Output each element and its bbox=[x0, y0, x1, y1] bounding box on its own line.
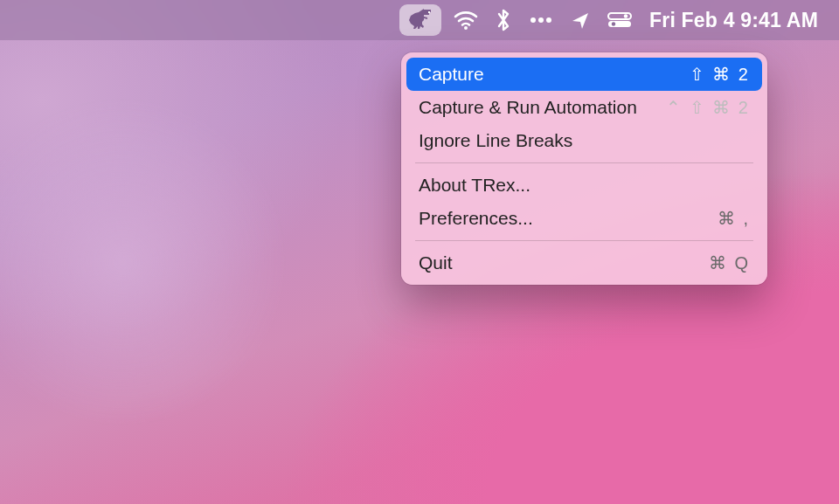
menubar-clock[interactable]: Fri Feb 4 9:41 AM bbox=[641, 0, 827, 40]
svg-point-4 bbox=[546, 17, 551, 23]
svg-point-1 bbox=[464, 26, 468, 30]
menu-item-label: Capture bbox=[419, 62, 484, 86]
svg-point-6 bbox=[624, 14, 628, 17]
menu-item-label: Quit bbox=[419, 251, 453, 275]
control-center-icon[interactable] bbox=[599, 0, 641, 40]
menu-item-shortcut: ⌘ Q bbox=[709, 251, 750, 275]
trex-menubar-icon[interactable] bbox=[399, 4, 441, 36]
menu-item-ignore-line-breaks[interactable]: Ignore Line Breaks bbox=[406, 124, 762, 157]
menu-item-label: Preferences... bbox=[419, 206, 533, 231]
menubar: Fri Feb 4 9:41 AM bbox=[0, 0, 839, 40]
menu-item-label: Ignore Line Breaks bbox=[419, 128, 572, 153]
svg-point-8 bbox=[612, 22, 615, 25]
svg-rect-0 bbox=[428, 11, 430, 13]
menu-separator bbox=[415, 162, 753, 163]
menu-item-capture-run-automation[interactable]: Capture & Run Automation ⌃ ⇧ ⌘ 2 bbox=[406, 91, 762, 124]
wifi-icon[interactable] bbox=[445, 0, 487, 40]
menu-separator bbox=[415, 240, 753, 241]
menu-item-label: About TRex... bbox=[419, 173, 530, 197]
overflow-icon[interactable] bbox=[520, 0, 562, 40]
menu-item-quit[interactable]: Quit ⌘ Q bbox=[406, 246, 762, 280]
menu-item-about-trex[interactable]: About TRex... bbox=[406, 169, 762, 202]
location-icon[interactable] bbox=[562, 0, 599, 40]
trex-menu: Capture ⇧ ⌘ 2 Capture & Run Automation ⌃… bbox=[401, 52, 767, 285]
menu-item-label: Capture & Run Automation bbox=[419, 95, 637, 120]
menu-item-capture[interactable]: Capture ⇧ ⌘ 2 bbox=[406, 58, 762, 91]
svg-point-3 bbox=[538, 17, 544, 23]
bluetooth-icon[interactable] bbox=[487, 0, 520, 40]
svg-point-2 bbox=[530, 17, 536, 23]
menu-item-preferences[interactable]: Preferences... ⌘ , bbox=[406, 202, 762, 235]
menu-item-shortcut: ⌘ , bbox=[718, 206, 750, 231]
menu-item-shortcut: ⇧ ⌘ 2 bbox=[690, 62, 750, 86]
menu-item-shortcut: ⌃ ⇧ ⌘ 2 bbox=[666, 95, 750, 120]
wallpaper-shape bbox=[0, 0, 392, 504]
